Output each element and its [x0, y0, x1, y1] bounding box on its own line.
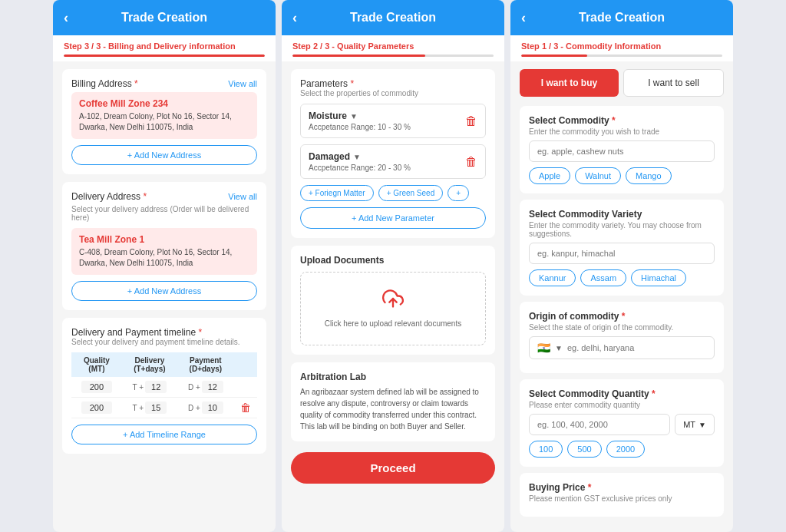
back-button-commodity[interactable]: ‹	[521, 10, 526, 26]
add-delivery-address-button[interactable]: + Add New Address	[71, 281, 257, 301]
origin-field-section: Origin of commodity * Select the state o…	[520, 302, 724, 373]
variety-chips: Kannur Assam Himachal	[529, 269, 715, 286]
table-row: T + D + 🗑	[71, 398, 257, 418]
delivery-input-2[interactable]	[145, 401, 167, 414]
delivery-address-card: Tea Mill Zone 1 C-408, Dream Colony, Plo…	[71, 228, 257, 275]
unit-label: MT	[683, 420, 695, 429]
chip-walnut[interactable]: Walnut	[575, 167, 621, 184]
payment-input-2[interactable]	[202, 401, 223, 414]
origin-sublabel: Select the state of origin of the commod…	[529, 323, 715, 332]
add-param-button[interactable]: + Add New Parameter	[300, 207, 486, 229]
params-section: Parameters * Select the properties of co…	[291, 69, 495, 238]
timeline-table: Quality(MT) Delivery(T+days) Payment(D+d…	[71, 352, 257, 418]
delivery-view-all[interactable]: View all	[228, 192, 257, 201]
param-moisture-name: Moisture ▼	[309, 111, 411, 121]
add-timeline-button[interactable]: + Add Timeline Range	[71, 425, 257, 444]
buying-price-sublabel: Please mention GST exclusive prices only	[529, 494, 715, 503]
billing-address-card: Coffee Mill Zone 234 A-102, Dream Colony…	[71, 92, 257, 139]
col-delivery: Delivery(T+days)	[122, 352, 177, 377]
col-quality: Quality(MT)	[71, 352, 122, 377]
delivery-input-1[interactable]	[145, 381, 167, 393]
delivery-address-name: Tea Mill Zone 1	[79, 234, 249, 245]
chip-2000[interactable]: 2000	[606, 441, 645, 458]
col-action	[234, 352, 257, 377]
chip-himachal[interactable]: Himachal	[631, 269, 686, 286]
param-tags-row: + Foriegn Matter + Green Seed +	[300, 185, 486, 201]
origin-input-row: 🇮🇳 ▼	[529, 336, 715, 359]
header-billing: ‹ Trade Creation	[53, 0, 276, 35]
param-moisture: Moisture ▼ Accpetance Range: 10 - 30 % 🗑	[300, 104, 486, 138]
header-quality: ‹ Trade Creation	[282, 0, 504, 35]
buy-sell-row: I want to buy I want to sell	[520, 69, 724, 97]
param-moisture-range: Accpetance Range: 10 - 30 %	[309, 123, 411, 131]
flag-icon: 🇮🇳	[537, 342, 550, 354]
chip-kannur[interactable]: Kannur	[529, 269, 576, 286]
progress-track-billing	[64, 55, 265, 57]
quantity-chips: 100 500 2000	[529, 441, 715, 458]
proceed-button[interactable]: Proceed	[291, 452, 495, 484]
delivery-subtitle: Select your delivery address (Order will…	[71, 205, 257, 222]
quality-input-1[interactable]	[81, 381, 112, 393]
commodity-label: Select Commodity *	[529, 115, 715, 126]
commodity-input[interactable]	[529, 140, 715, 162]
param-damaged-range: Accpetance Range: 20 - 30 %	[309, 164, 411, 172]
timeline-label: Delivery and Payment timeline *	[71, 327, 257, 338]
add-billing-address-button[interactable]: + Add New Address	[71, 145, 257, 165]
delivery-address-label: Delivery Address *	[71, 191, 147, 202]
delete-damaged-icon[interactable]: 🗑	[465, 155, 477, 169]
origin-input[interactable]	[567, 343, 706, 352]
buy-button[interactable]: I want to buy	[520, 69, 619, 97]
progress-fill-billing	[64, 55, 265, 57]
progress-track-commodity	[521, 55, 722, 57]
arb-text: An agribazaar system defined lab will be…	[300, 386, 486, 432]
quantity-input[interactable]	[529, 414, 670, 435]
billing-view-all[interactable]: View all	[228, 79, 257, 88]
upload-section: Upload Documents Click here to upload re…	[291, 246, 495, 355]
quantity-label: Select Commodity Quantity *	[529, 388, 715, 399]
commodity-chips: Apple Walnut Mango	[529, 167, 715, 184]
billing-address-detail: A-102, Dream Colony, Plot No 16, Sector …	[79, 111, 249, 133]
variety-label: Select Commodity Variety	[529, 209, 715, 220]
step-bar-billing: Step 3 / 3 - Billing and Delivery inform…	[53, 35, 276, 61]
step-bar-quality: Step 2 / 3 - Quality Parameters	[282, 35, 504, 61]
chip-assam[interactable]: Assam	[580, 269, 626, 286]
panel-commodity: ‹ Trade Creation Step 1 / 3 - Commodity …	[510, 0, 733, 532]
tag-foreign-matter[interactable]: + Foriegn Matter	[300, 185, 374, 201]
step-text-commodity: Step 1 / 3 - Commodity Information	[521, 41, 722, 51]
upload-label: Upload Documents	[300, 255, 486, 266]
param-damaged-name: Damaged ▼	[309, 151, 411, 162]
chip-mango[interactable]: Mango	[626, 167, 672, 184]
commodity-field-section: Select Commodity * Enter the commodity y…	[520, 106, 724, 193]
header-title-quality: Trade Creation	[350, 11, 436, 25]
upload-icon	[316, 288, 470, 314]
billing-address-name: Coffee Mill Zone 234	[79, 98, 249, 109]
tag-more[interactable]: +	[447, 185, 469, 201]
param-damaged: Damaged ▼ Accpetance Range: 20 - 30 % 🗑	[300, 144, 486, 179]
quality-content: Parameters * Select the properties of co…	[282, 61, 504, 532]
quantity-input-row: MT ▼	[529, 414, 715, 435]
step-text-quality: Step 2 / 3 - Quality Parameters	[292, 41, 494, 51]
header-title-billing: Trade Creation	[121, 11, 207, 25]
sell-button[interactable]: I want to sell	[623, 69, 724, 97]
delete-moisture-icon[interactable]: 🗑	[465, 114, 477, 128]
commodity-content: I want to buy I want to sell Select Comm…	[510, 61, 733, 532]
delivery-address-header: Delivery Address * View all	[71, 191, 257, 202]
quality-input-2[interactable]	[81, 401, 112, 414]
params-label: Parameters *	[300, 78, 486, 89]
quantity-unit-selector[interactable]: MT ▼	[675, 414, 715, 435]
tag-green-seed[interactable]: + Green Seed	[378, 185, 444, 201]
header-commodity: ‹ Trade Creation	[510, 0, 733, 35]
chip-500[interactable]: 500	[567, 441, 601, 458]
delete-row-icon[interactable]: 🗑	[240, 401, 251, 414]
variety-input[interactable]	[529, 243, 715, 264]
upload-box[interactable]: Click here to upload relevant documents	[300, 272, 486, 345]
delivery-address-detail: C-408, Dream Colony, Plot No 16, Sector …	[79, 247, 249, 269]
variety-field-section: Select Commodity Variety Enter the commo…	[520, 200, 724, 296]
payment-input-1[interactable]	[202, 381, 223, 393]
progress-fill-quality	[292, 55, 425, 57]
back-button-quality[interactable]: ‹	[292, 10, 297, 26]
chip-apple[interactable]: Apple	[529, 167, 570, 184]
chip-100[interactable]: 100	[529, 441, 563, 458]
back-button-billing[interactable]: ‹	[64, 10, 68, 26]
step-text-billing: Step 3 / 3 - Billing and Delivery inform…	[64, 41, 265, 51]
